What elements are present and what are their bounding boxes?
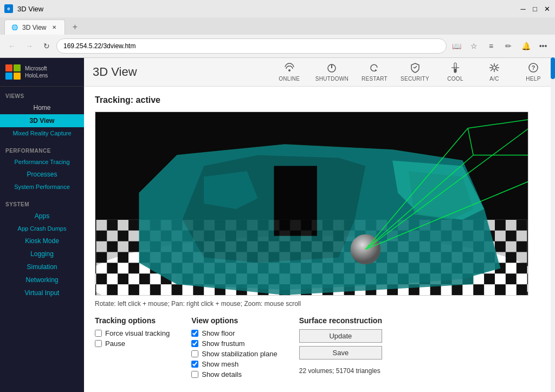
- show-floor-checkbox[interactable]: Show floor: [191, 329, 277, 337]
- show-stabilization-plane-input[interactable]: [191, 350, 198, 357]
- show-floor-label: Show floor: [202, 329, 235, 337]
- pause-label: Pause: [105, 339, 125, 348]
- sidebar-item-processes[interactable]: Processes: [0, 168, 84, 181]
- online-btn[interactable]: ONLINE: [276, 62, 302, 82]
- show-details-input[interactable]: [191, 371, 198, 378]
- hub-icon[interactable]: ≡: [483, 38, 499, 54]
- tab-close-btn[interactable]: ✕: [50, 24, 58, 31]
- tab-bar: 🌐 3D View ✕ +: [0, 17, 555, 35]
- online-label: ONLINE: [279, 76, 300, 82]
- browser-icon: e: [4, 4, 13, 13]
- security-label: SECURITY: [401, 76, 429, 82]
- pause-checkbox[interactable]: Pause: [95, 339, 170, 348]
- ac-icon: [488, 62, 500, 75]
- shutdown-btn[interactable]: SHUTDOWN: [315, 62, 349, 82]
- force-visual-label: Force visual tracking: [105, 329, 170, 337]
- force-visual-tracking-checkbox[interactable]: Force visual tracking: [95, 329, 170, 337]
- tab-title: 3D View: [22, 24, 46, 31]
- show-floor-input[interactable]: [191, 330, 198, 337]
- favorites-icon[interactable]: ☆: [466, 38, 481, 54]
- restart-btn[interactable]: RESTART: [362, 62, 388, 82]
- sidebar-item-app-crash-dumps[interactable]: App Crash Dumps: [0, 223, 84, 234]
- sidebar-item-virtual-input[interactable]: Virtual Input: [0, 286, 84, 299]
- sidebar: Microsoft HoloLens VIEWS Home 3D View Mi…: [0, 58, 84, 392]
- tracking-status: Tracking: active: [95, 95, 544, 105]
- show-frustum-input[interactable]: [191, 340, 198, 347]
- viewport-scene: [95, 112, 528, 295]
- sidebar-item-performance-tracing[interactable]: Performance Tracing: [0, 156, 84, 168]
- sidebar-item-system-performance[interactable]: System Performance: [0, 181, 84, 193]
- close-btn[interactable]: ✕: [543, 5, 551, 12]
- show-stabilization-plane-label: Show stabilization plane: [202, 350, 277, 358]
- minimize-btn[interactable]: ─: [519, 5, 527, 12]
- sidebar-item-apps[interactable]: Apps: [0, 210, 84, 223]
- refresh-btn[interactable]: ↻: [39, 38, 54, 54]
- page-title: 3D View: [93, 65, 137, 79]
- views-section: VIEWS Home 3D View Mixed Reality Capture: [0, 87, 84, 141]
- view-options: View options Show floor Show frustum Sho…: [191, 316, 277, 381]
- sidebar-item-simulation[interactable]: Simulation: [0, 260, 84, 273]
- browser-chrome: e 3D View ─ □ ✕ 🌐 3D View ✕ + ← → ↻ 📖 ☆: [0, 0, 555, 58]
- main-content: 3D View ONLINE: [84, 58, 555, 392]
- svg-point-0: [288, 69, 291, 71]
- title-bar: e 3D View ─ □ ✕: [0, 0, 555, 17]
- restart-label: RESTART: [362, 76, 388, 82]
- save-btn[interactable]: Save: [299, 346, 382, 360]
- sidebar-item-kiosk-mode[interactable]: Kiosk Mode: [0, 234, 84, 247]
- maximize-btn[interactable]: □: [531, 5, 539, 12]
- app-layout: Microsoft HoloLens VIEWS Home 3D View Mi…: [0, 58, 555, 392]
- cool-btn[interactable]: COOL: [442, 62, 468, 82]
- update-btn[interactable]: Update: [299, 329, 382, 343]
- performance-section: PERFORMANCE Performance Tracing Processe…: [0, 141, 84, 195]
- new-tab-btn[interactable]: +: [67, 19, 82, 35]
- reading-view-icon[interactable]: 📖: [449, 38, 464, 54]
- show-mesh-input[interactable]: [191, 361, 198, 368]
- show-frustum-checkbox[interactable]: Show frustum: [191, 339, 277, 348]
- svg-marker-3: [375, 69, 377, 71]
- view-options-title: View options: [191, 316, 277, 325]
- ms-logo: [5, 64, 21, 80]
- more-btn[interactable]: •••: [535, 38, 551, 54]
- show-details-label: Show details: [202, 370, 242, 378]
- shutdown-label: SHUTDOWN: [315, 76, 349, 82]
- svg-point-32: [351, 234, 381, 265]
- views-section-title: VIEWS: [0, 91, 84, 101]
- sidebar-item-networking[interactable]: Networking: [0, 273, 84, 286]
- scrollbar-thumb[interactable]: [551, 57, 555, 79]
- sidebar-item-logging[interactable]: Logging: [0, 247, 84, 260]
- sidebar-logo: Microsoft HoloLens: [0, 58, 84, 87]
- system-section-title: SYSTEM: [0, 199, 84, 210]
- title-bar-label: 3D View: [17, 5, 43, 13]
- scrollbar-track[interactable]: [551, 57, 555, 392]
- show-mesh-checkbox[interactable]: Show mesh: [191, 360, 277, 368]
- online-icon: [283, 62, 295, 75]
- 3d-viewport[interactable]: [95, 112, 528, 296]
- pause-input[interactable]: [95, 340, 102, 347]
- surface-reconstruction: Surface reconstruction Update Save 22 vo…: [299, 316, 382, 375]
- show-frustum-label: Show frustum: [202, 339, 244, 348]
- sidebar-item-mixed-reality[interactable]: Mixed Reality Capture: [0, 127, 84, 139]
- security-btn[interactable]: SECURITY: [401, 62, 429, 82]
- force-visual-input[interactable]: [95, 330, 102, 337]
- viewport-hint: Rotate: left click + mouse; Pan: right c…: [95, 300, 544, 308]
- back-btn[interactable]: ←: [4, 38, 20, 54]
- show-details-checkbox[interactable]: Show details: [191, 370, 277, 378]
- forward-btn[interactable]: →: [22, 38, 37, 54]
- show-stabilization-plane-checkbox[interactable]: Show stabilization plane: [191, 350, 277, 358]
- svg-point-13: [493, 66, 496, 69]
- ac-label: A/C: [489, 76, 499, 82]
- sidebar-item-home[interactable]: Home: [0, 101, 84, 114]
- svg-text:?: ?: [532, 64, 535, 71]
- toolbar: 3D View ONLINE: [84, 58, 555, 87]
- options-section: Tracking options Force visual tracking P…: [95, 316, 544, 381]
- sidebar-item-3dview[interactable]: 3D View: [0, 114, 84, 127]
- notifications-icon[interactable]: 🔔: [518, 38, 533, 54]
- content-body: Tracking: active: [84, 87, 555, 392]
- ac-btn[interactable]: A/C: [481, 62, 507, 82]
- tracking-options-title: Tracking options: [95, 316, 170, 325]
- shutdown-icon: [326, 62, 338, 75]
- help-btn[interactable]: ? HELP: [520, 62, 546, 82]
- address-input[interactable]: [56, 38, 447, 54]
- notes-icon[interactable]: ✏: [501, 38, 516, 54]
- active-tab[interactable]: 🌐 3D View ✕: [4, 19, 65, 35]
